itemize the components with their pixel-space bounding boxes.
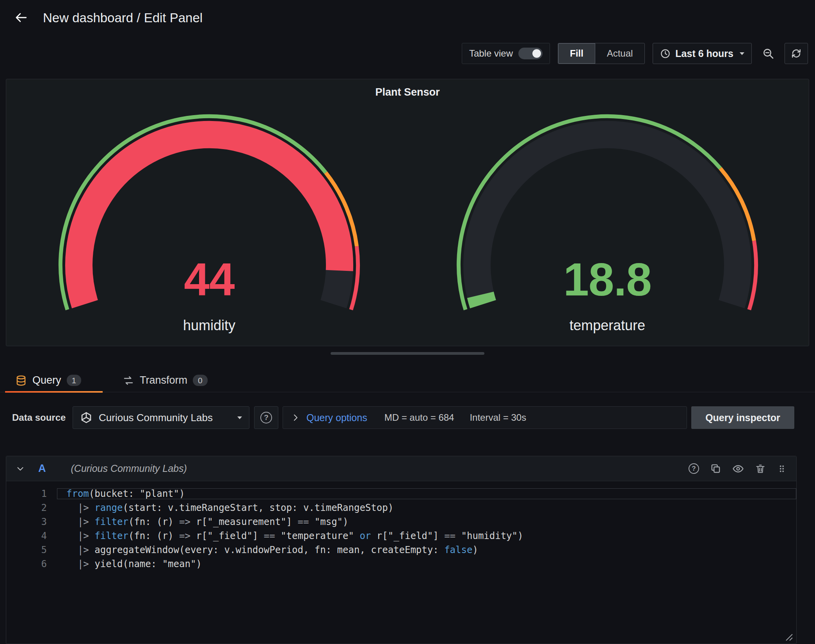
line-number: 1 [6,488,57,499]
gauge-label: humidity [53,317,365,334]
code-text: |> range(start: v.timeRangeStart, stop: … [57,502,796,513]
temperature-gauge-text: 18.8 temperature [451,256,763,334]
query-options-link[interactable]: Query options [306,412,367,423]
datasource-label: Data source [12,406,66,429]
table-view-switch[interactable] [518,48,543,59]
code-text: |> filter(fn: (r) => r["_measurement"] =… [57,516,796,527]
table-view-label: Table view [469,48,513,59]
datasource-name: Curious Community Labs [99,412,213,424]
toggle-query-visibility-button[interactable] [732,463,744,475]
fill-button[interactable]: Fill [558,43,595,64]
panel-toolbar: Table view Fill Actual Last 6 hours [462,43,808,64]
trash-icon [755,463,766,474]
database-icon [15,375,27,386]
tab-transform[interactable]: Transform 0 [112,368,218,392]
collapse-chevron-icon[interactable] [16,464,25,473]
query-row-header[interactable]: A (Curious Community Labs) ? [6,456,796,481]
line-number: 4 [6,530,57,541]
tab-query-label: Query [32,374,61,386]
editor-tabs: Query 1 Transform 0 [0,368,815,392]
caret-down-icon [237,416,242,419]
refresh-icon [790,48,802,59]
magnifier-minus-icon [762,47,774,60]
eye-icon [732,463,744,475]
time-range-label: Last 6 hours [675,48,733,59]
max-data-points-text: MD = auto = 684 [384,412,454,423]
drag-query-handle[interactable] [777,463,787,474]
code-line-2[interactable]: 2 |> range(start: v.timeRangeStart, stop… [6,501,796,515]
panel-resize-handle[interactable] [331,352,484,355]
gauge-value: 44 [53,256,365,303]
line-number: 5 [6,544,57,555]
page-title: New dashboard / Edit Panel [43,9,203,27]
gauge-value: 18.8 [451,256,763,303]
gauge-panel[interactable]: Plant Sensor 44 humidity 18.8 temperatur… [6,79,809,346]
editor-resize-handle[interactable] [782,630,793,641]
query-options-bar: Query options MD = auto = 684 Interval =… [283,406,687,429]
query-help-button[interactable]: ? [689,463,699,474]
humidity-gauge-text: 44 humidity [53,256,365,334]
drag-dots-icon [777,463,787,474]
query-actions: ? [689,463,787,475]
gauge-label: temperature [451,317,763,334]
query-inspector-button[interactable]: Query inspector [691,406,794,429]
code-text: |> filter(fn: (r) => r["_field"] == "tem… [57,530,796,541]
code-lines: 1from(bucket: "plant")2 |> range(start: … [6,487,796,571]
tab-transform-count: 0 [193,375,208,386]
line-number: 2 [6,502,57,513]
code-text: from(bucket: "plant") [57,488,796,499]
duplicate-query-button[interactable] [710,463,721,474]
line-number: 6 [6,559,57,569]
code-line-4[interactable]: 4 |> filter(fn: (r) => r["_field"] == "t… [6,529,796,543]
app-header: New dashboard / Edit Panel [0,0,815,36]
back-arrow-icon [13,11,29,24]
code-line-3[interactable]: 3 |> filter(fn: (r) => r["_measurement"]… [6,515,796,529]
code-line-5[interactable]: 5 |> aggregateWindow(every: v.windowPeri… [6,543,796,557]
table-view-control[interactable]: Table view [462,43,550,64]
code-line-1[interactable]: 1from(bucket: "plant") [6,487,796,501]
zoom-out-button[interactable] [760,43,777,64]
fill-actual-group: Fill Actual [558,43,645,64]
code-text: |> yield(name: "mean") [57,559,796,569]
code-line-6[interactable]: 6 |> yield(name: "mean") [6,557,796,571]
tab-query[interactable]: Query 1 [5,368,103,392]
time-range-picker[interactable]: Last 6 hours [653,43,752,64]
query-editor-card: A (Curious Community Labs) ? [6,456,797,644]
help-icon: ? [260,412,272,423]
datasource-picker[interactable]: Curious Community Labs [73,406,249,429]
tab-transform-label: Transform [140,374,187,386]
line-number: 3 [6,516,57,527]
chevron-right-icon[interactable] [291,413,300,422]
clock-icon [660,48,671,59]
query-ref-id: A [38,463,46,475]
actual-button[interactable]: Actual [595,43,645,64]
back-button[interactable] [12,9,30,27]
flux-code-editor[interactable]: 1from(bucket: "plant")2 |> range(start: … [6,481,796,644]
datasource-row: Data source Curious Community Labs ? Que… [0,406,815,429]
transform-icon [123,375,134,386]
refresh-button[interactable] [785,43,808,64]
help-icon: ? [689,463,699,474]
datasource-help-button[interactable]: ? [254,406,278,429]
code-text: |> aggregateWindow(every: v.windowPeriod… [57,544,796,555]
interval-text: Interval = 30s [470,412,526,423]
switch-knob [532,49,541,58]
tab-query-count: 1 [67,375,82,386]
grafana-edit-panel-page: New dashboard / Edit Panel Table view Fi… [0,0,815,644]
datasource-cube-icon [80,411,93,424]
query-datasource-hint: (Curious Community Labs) [71,463,187,474]
remove-query-button[interactable] [755,463,766,474]
caret-down-icon [740,52,744,55]
panel-title: Plant Sensor [6,86,809,98]
copy-icon [710,463,721,474]
